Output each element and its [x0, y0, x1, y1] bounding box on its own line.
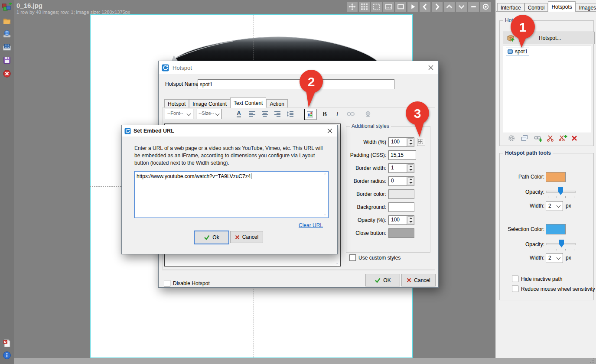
- marquee-select-button[interactable]: [371, 2, 382, 12]
- border-width-spinner[interactable]: 1: [388, 163, 414, 173]
- callout-pin-1: 1: [507, 12, 540, 52]
- selection-color-swatch[interactable]: [546, 224, 566, 234]
- delete-hotspot-icon[interactable]: [570, 134, 579, 143]
- close-icon[interactable]: [427, 64, 435, 72]
- hotspot-name-input[interactable]: [198, 79, 394, 89]
- font-color-button[interactable]: A: [233, 109, 244, 119]
- use-custom-styles-checkbox[interactable]: [349, 254, 356, 261]
- line-spacing-icon: [287, 111, 293, 117]
- align-center-button[interactable]: [259, 109, 270, 119]
- tab-text-content[interactable]: Text Content: [230, 98, 266, 108]
- embed-url-textarea[interactable]: https://www.youtube.com/watch?v=TA9LVzuC…: [134, 171, 329, 218]
- grid-view-button[interactable]: [359, 2, 370, 12]
- embed-dialog-titlebar[interactable]: Set Embed URL: [122, 125, 337, 136]
- close-icon[interactable]: [326, 127, 334, 135]
- selection-opacity-slider-thumb[interactable]: [559, 240, 564, 247]
- hotspot-list[interactable]: spot1: [503, 46, 591, 133]
- clear-url-link[interactable]: Clear URL: [299, 222, 323, 228]
- tab-action[interactable]: Action: [266, 99, 287, 108]
- move-up-button[interactable]: [444, 2, 455, 12]
- embed-media-icon: [307, 111, 314, 117]
- tab-control[interactable]: Control: [524, 3, 548, 12]
- tab-image-content[interactable]: Image Content: [189, 99, 230, 108]
- embed-ok-button[interactable]: Ok: [194, 231, 229, 244]
- open-folder-icon[interactable]: [3, 16, 11, 25]
- callout-number: 3: [414, 106, 421, 120]
- use-custom-styles-label: Use custom styles: [358, 255, 401, 261]
- layout-button[interactable]: [417, 138, 425, 146]
- disable-hotspot-checkbox[interactable]: [164, 280, 170, 286]
- selection-width-unit: px: [566, 255, 571, 261]
- tab-hotspot[interactable]: Hotspot: [164, 99, 189, 108]
- selection-width-combo[interactable]: 2: [546, 253, 563, 263]
- hide-inactive-path-checkbox[interactable]: [512, 276, 518, 282]
- hotspot-settings-icon[interactable]: [508, 134, 516, 143]
- reduce-wheel-checkbox[interactable]: [512, 286, 518, 292]
- italic-button[interactable]: [332, 109, 343, 119]
- callout-pin-3: 3: [403, 101, 433, 139]
- border-radius-spinner[interactable]: 0: [388, 176, 414, 186]
- hotspot-dialog-tabs: Hotspot Image Content Text Content Actio…: [164, 98, 288, 108]
- align-right-button[interactable]: [272, 109, 283, 119]
- align-left-button[interactable]: [247, 109, 258, 119]
- border-color-swatch[interactable]: [388, 189, 414, 199]
- path-width-unit: px: [566, 203, 571, 209]
- publish-globe-icon[interactable]: [3, 29, 11, 38]
- slider-tick: [565, 249, 566, 250]
- close-project-icon[interactable]: [3, 69, 11, 78]
- info-icon[interactable]: [3, 351, 11, 360]
- minimize-button[interactable]: [468, 2, 479, 12]
- font-family-combo[interactable]: --Font--: [165, 109, 193, 119]
- chevron-down-icon: [557, 256, 561, 260]
- font-size-combo[interactable]: --Size--: [196, 109, 222, 119]
- spinner-down-icon[interactable]: [407, 168, 414, 172]
- publish-button[interactable]: [362, 109, 374, 119]
- scroll-down-icon[interactable]: ⌄: [323, 212, 327, 216]
- cut-add-path-icon[interactable]: [559, 134, 567, 143]
- spinner-down-icon[interactable]: [407, 142, 414, 146]
- background-swatch[interactable]: [388, 202, 414, 212]
- previous-frame-button[interactable]: [420, 2, 430, 12]
- app-images-icon[interactable]: [2, 3, 12, 13]
- path-color-swatch[interactable]: [546, 172, 566, 182]
- scroll-up-icon[interactable]: ⌃: [323, 173, 327, 177]
- embed-media-button[interactable]: [304, 109, 316, 120]
- next-frame-button[interactable]: [432, 2, 443, 12]
- hotspot-ok-button[interactable]: OK: [365, 274, 400, 286]
- frame-view-button[interactable]: [395, 2, 406, 12]
- pdf-report-icon[interactable]: [3, 339, 11, 348]
- tab-interface[interactable]: Interface: [497, 3, 524, 12]
- scroll-down-icon[interactable]: ⌄: [335, 261, 339, 264]
- width-percent-spinner[interactable]: 100: [388, 137, 414, 147]
- spinner-down-icon[interactable]: [407, 181, 414, 185]
- link-button[interactable]: [345, 109, 356, 119]
- save-icon[interactable]: [3, 56, 11, 65]
- tab-hotspots[interactable]: Hotspots: [548, 1, 575, 12]
- opacity-percent-label: Opacity (%):: [346, 217, 386, 223]
- cut-path-icon[interactable]: [547, 134, 555, 143]
- hotspot-ok-label: OK: [383, 277, 391, 283]
- close-button-swatch[interactable]: [388, 228, 414, 238]
- path-opacity-slider-thumb[interactable]: [558, 187, 563, 195]
- check-icon: [375, 278, 381, 283]
- path-width-combo[interactable]: 2: [546, 201, 563, 211]
- tab-images[interactable]: Images: [576, 3, 596, 12]
- spinner-down-icon[interactable]: [407, 220, 414, 224]
- embed-cancel-button[interactable]: Cancel: [230, 231, 263, 243]
- bold-button[interactable]: [319, 109, 330, 119]
- duplicate-hotspot-icon[interactable]: [521, 134, 529, 143]
- move-tool-button[interactable]: [347, 2, 358, 12]
- hotspot-cancel-button[interactable]: Cancel: [401, 274, 436, 286]
- opacity-spinner[interactable]: 100: [388, 215, 414, 225]
- width-percent-value: 100: [391, 139, 400, 145]
- export-video-icon[interactable]: [3, 43, 11, 52]
- border-color-label: Border color:: [346, 191, 386, 197]
- move-down-button[interactable]: [456, 2, 467, 12]
- slider-tick: [557, 249, 557, 250]
- record-hotspot-button[interactable]: [480, 2, 491, 12]
- link-hotspot-icon[interactable]: [534, 134, 543, 143]
- line-spacing-button[interactable]: [284, 109, 296, 119]
- padding-input[interactable]: [388, 150, 416, 160]
- filmstrip-panel-button[interactable]: [383, 2, 394, 12]
- play-button[interactable]: [407, 2, 418, 12]
